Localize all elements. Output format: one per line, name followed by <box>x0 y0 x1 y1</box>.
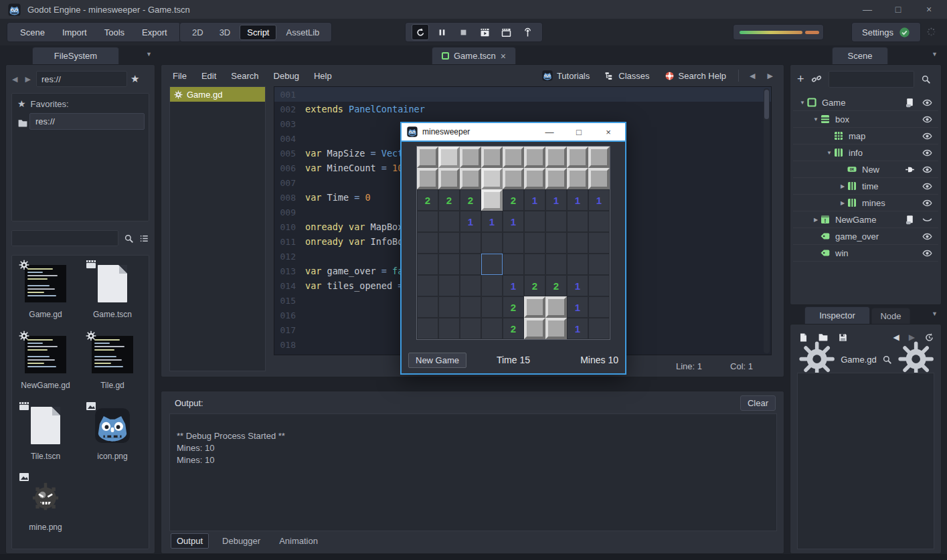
minesweeper-cell[interactable] <box>417 147 438 168</box>
scene-tree-node-win[interactable]: win <box>793 245 938 262</box>
script-menu-help[interactable]: Help <box>307 71 339 81</box>
minesweeper-cell[interactable] <box>567 147 588 168</box>
eye-icon[interactable] <box>922 231 933 242</box>
minesweeper-cell[interactable] <box>481 232 503 254</box>
minesweeper-cell[interactable] <box>481 254 503 275</box>
scene-tree-node-info[interactable]: ▼info <box>793 145 938 161</box>
minesweeper-cell[interactable] <box>438 296 460 318</box>
script-menu-edit[interactable]: Edit <box>194 71 224 81</box>
minesweeper-cell[interactable] <box>481 296 503 318</box>
minesweeper-cell[interactable] <box>438 275 460 296</box>
minesweeper-cell[interactable] <box>481 168 503 189</box>
minesweeper-cell[interactable] <box>460 318 481 339</box>
script-menu-search[interactable]: Search <box>224 71 266 81</box>
bottom-tab-debugger[interactable]: Debugger <box>217 534 266 548</box>
script-icon[interactable] <box>904 214 916 225</box>
minesweeper-cell[interactable] <box>417 275 438 296</box>
bottom-tab-output[interactable]: Output <box>171 533 209 549</box>
inspector-dock-menu-icon[interactable]: ▼ <box>932 310 938 317</box>
tree-expand-icon[interactable]: ▼ <box>825 150 833 156</box>
fs-forward-button[interactable]: ▶ <box>23 75 32 84</box>
tutorials-button[interactable]: Tutorials <box>537 70 595 81</box>
minesweeper-cell[interactable] <box>524 254 545 275</box>
minesweeper-cell[interactable]: 1 <box>567 318 588 339</box>
minesweeper-cell[interactable] <box>460 232 481 254</box>
eye-icon[interactable] <box>922 97 933 108</box>
bottom-tab-animation[interactable]: Animation <box>274 534 323 548</box>
clear-button[interactable]: Clear <box>740 395 776 411</box>
inspector-tab[interactable]: Inspector <box>804 306 870 324</box>
tree-expand-icon[interactable]: ▼ <box>812 116 820 122</box>
scene-tree-node-box[interactable]: ▼box <box>793 111 938 128</box>
script-menu-file[interactable]: File <box>165 71 194 81</box>
minesweeper-cell[interactable] <box>567 168 588 189</box>
workspace-tab-assetlib[interactable]: AssetLib <box>279 25 326 39</box>
minesweeper-cell[interactable] <box>503 254 524 275</box>
pause-button[interactable] <box>433 24 450 40</box>
minesweeper-cell[interactable] <box>567 254 588 275</box>
scene-filter-input[interactable] <box>829 71 914 88</box>
minesweeper-cell[interactable] <box>417 232 438 254</box>
minesweeper-cell[interactable] <box>545 147 567 168</box>
minesweeper-cell[interactable] <box>503 147 524 168</box>
search-help-button[interactable]: Search Help <box>659 71 732 81</box>
minesweeper-cell[interactable] <box>545 168 567 189</box>
minesweeper-cell[interactable] <box>460 254 481 275</box>
minesweeper-cell[interactable] <box>481 318 503 339</box>
minesweeper-cell[interactable] <box>588 254 610 275</box>
search-icon[interactable] <box>124 234 134 244</box>
scene-tree-node-mines[interactable]: ▶mines <box>793 195 938 211</box>
minesweeper-cell[interactable] <box>567 232 588 254</box>
minesweeper-cell[interactable] <box>588 296 610 318</box>
minesweeper-cell[interactable] <box>438 211 460 232</box>
minesweeper-cell[interactable] <box>588 168 610 189</box>
minesweeper-cell[interactable] <box>438 254 460 275</box>
close-button[interactable]: × <box>914 4 944 15</box>
minesweeper-cell[interactable]: 1 <box>545 189 567 211</box>
minesweeper-cell[interactable] <box>524 296 545 318</box>
minesweeper-cell[interactable] <box>524 168 545 189</box>
minesweeper-titlebar[interactable]: minesweeper — □ × <box>402 123 625 141</box>
minesweeper-cell[interactable] <box>460 147 481 168</box>
classes-button[interactable]: Classes <box>599 71 655 81</box>
eye-icon[interactable] <box>922 181 933 192</box>
minesweeper-cell[interactable] <box>545 296 567 318</box>
minesweeper-cell[interactable] <box>460 296 481 318</box>
minesweeper-cell[interactable]: 2 <box>417 189 438 211</box>
minesweeper-cell[interactable]: 1 <box>460 211 481 232</box>
eye-icon[interactable] <box>922 147 933 159</box>
update-spinner-icon[interactable] <box>926 27 936 37</box>
minesweeper-cell[interactable] <box>588 318 610 339</box>
menu-tools[interactable]: Tools <box>96 27 133 37</box>
tree-expand-icon[interactable]: ▼ <box>798 100 806 106</box>
file-item[interactable]: NewGame.gd <box>12 331 79 401</box>
instance-scene-button[interactable] <box>811 74 822 84</box>
scene-search-icon[interactable] <box>921 74 931 84</box>
eye-icon[interactable] <box>922 197 933 209</box>
minesweeper-cell[interactable]: 2 <box>460 189 481 211</box>
eye-icon[interactable] <box>922 114 933 125</box>
minesweeper-cell[interactable] <box>545 318 567 339</box>
workspace-tab-script[interactable]: Script <box>240 25 276 40</box>
file-item[interactable]: mine.png <box>12 472 79 543</box>
node-tab[interactable]: Node <box>871 308 910 324</box>
ms-close-button[interactable]: × <box>597 127 620 137</box>
signal-icon[interactable] <box>904 164 916 175</box>
minesweeper-cell[interactable] <box>438 318 460 339</box>
minesweeper-cell[interactable]: 2 <box>524 275 545 296</box>
ms-minimize-button[interactable]: — <box>538 127 561 137</box>
code-line[interactable]: 001 <box>274 87 771 102</box>
eye-icon[interactable] <box>922 248 933 259</box>
minesweeper-cell[interactable] <box>460 168 481 189</box>
minimize-button[interactable]: — <box>852 4 883 15</box>
scene-tree-node-NewGame[interactable]: ▶!NewGame <box>793 211 938 228</box>
scene-tree-node-map[interactable]: map <box>793 128 938 145</box>
file-item[interactable]: Game.tscn <box>79 260 146 331</box>
minesweeper-cell[interactable] <box>481 189 503 211</box>
minesweeper-cell[interactable]: 2 <box>438 189 460 211</box>
list-view-icon[interactable] <box>139 234 149 244</box>
minesweeper-cell[interactable] <box>545 211 567 232</box>
tab-close-icon[interactable]: × <box>501 51 506 62</box>
minesweeper-cell[interactable] <box>524 211 545 232</box>
workspace-tab-3d[interactable]: 3D <box>213 25 238 39</box>
